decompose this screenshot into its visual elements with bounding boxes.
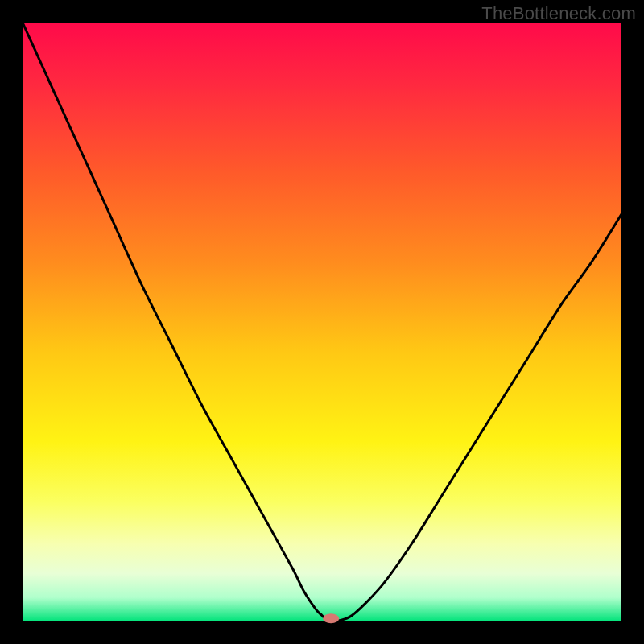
chart-stage: TheBottleneck.com <box>0 0 644 644</box>
bottleneck-chart <box>0 0 644 644</box>
gradient-background <box>23 23 621 621</box>
optimal-point-marker <box>323 613 339 623</box>
watermark-text: TheBottleneck.com <box>481 3 636 24</box>
